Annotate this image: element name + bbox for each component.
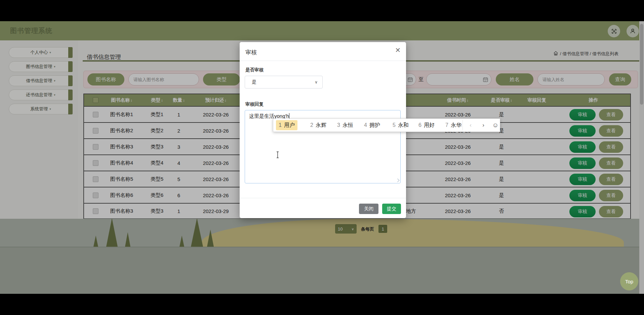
reply-label: 审核回复 <box>245 101 264 107</box>
dialog-footer-divider <box>240 198 406 198</box>
audit-select-label: 是否审核 <box>245 67 264 73</box>
back-to-top-button[interactable]: Top <box>620 272 638 290</box>
reply-text: 这里是生活yong'h <box>249 113 289 119</box>
dialog-close-button[interactable]: 关闭 <box>359 204 378 214</box>
ime-candidate[interactable]: 6用好 <box>416 119 437 132</box>
dialog-title: 审核 <box>245 48 257 56</box>
textarea-resize-handle[interactable] <box>396 178 399 182</box>
ime-emoji-icon[interactable]: ☺ <box>491 119 500 132</box>
audit-select[interactable]: 是 ∨ <box>245 76 323 89</box>
ime-prev-page-icon[interactable]: ‹ <box>466 119 476 132</box>
ime-candidate[interactable]: 2永辉 <box>308 119 329 132</box>
text-caret <box>289 113 289 119</box>
dialog-submit-button[interactable]: 提交 <box>382 204 401 214</box>
mouse-cursor-ibeam <box>276 151 279 158</box>
ime-candidate[interactable]: 1用户 <box>276 120 297 130</box>
chevron-down-icon: ∨ <box>315 80 318 84</box>
close-icon[interactable]: ✕ <box>395 47 401 54</box>
ime-next-page-icon[interactable]: › <box>478 119 488 132</box>
ime-candidate[interactable]: 4拥护 <box>361 119 383 132</box>
dialog-header-divider <box>240 61 406 61</box>
ime-divider <box>462 120 463 130</box>
screen: 图书管理系统 个人中心 ▾ 图书信息管理 ▾ 借书信息管理 ▾ <box>0 0 644 315</box>
ime-candidate[interactable]: 7永华 <box>443 119 464 132</box>
audit-select-value: 是 <box>252 79 256 85</box>
ime-candidate[interactable]: 3永恒 <box>334 119 356 132</box>
ime-candidate-bar: 1用户 2永辉 3永恒 4拥护 5永和 6用好 7永华 ‹ › ☺ <box>273 118 500 132</box>
ime-candidate[interactable]: 5永和 <box>390 119 411 132</box>
